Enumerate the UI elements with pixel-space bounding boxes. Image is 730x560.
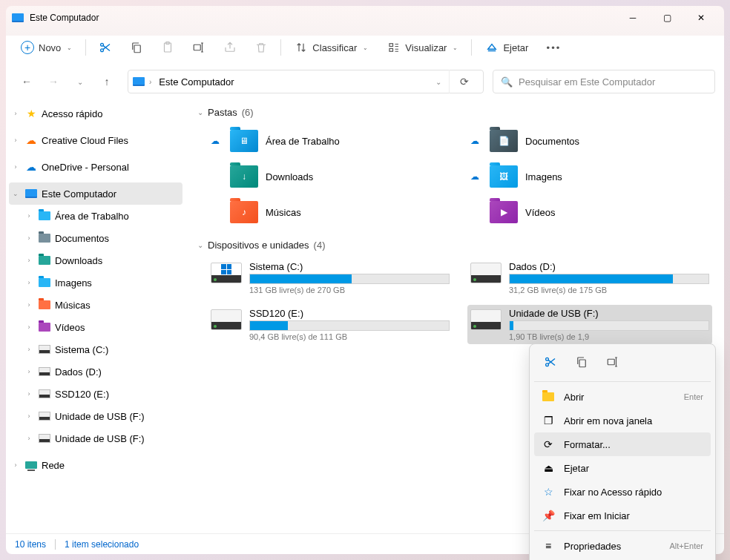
sidebar-item-quick-access[interactable]: › ★ Acesso rápido (6, 102, 185, 125)
sidebar-item-documents[interactable]: ›Documentos (6, 227, 185, 249)
chevron-down-icon: ⌄ (453, 45, 458, 51)
drive-icon (211, 309, 242, 330)
forward-button[interactable]: → (42, 70, 65, 93)
chevron-down-icon[interactable]: ⌄ (433, 78, 444, 86)
ctx-properties[interactable]: ≡ Propriedades Alt+Enter (534, 534, 711, 558)
plus-icon: + (21, 41, 34, 54)
folder-icon: ♪ (230, 201, 258, 223)
eject-button[interactable]: Ejetar (476, 34, 537, 61)
ctx-pin-start[interactable]: 📌 Fixar em Iniciar (534, 504, 711, 527)
drives-grid: Sistema (C:) 131 GB livre(s) de 270 GB D… (208, 258, 712, 344)
copy-icon (130, 41, 143, 54)
sidebar-item-drive-f[interactable]: ›Unidade de USB (F:) (6, 405, 185, 427)
cut-button[interactable] (91, 34, 120, 61)
folder-music[interactable]: ♪ Músicas (208, 197, 453, 228)
maximize-button[interactable]: ▢ (650, 6, 684, 30)
ctx-rename-button[interactable] (599, 350, 626, 374)
drive-f[interactable]: Unidade de USB (F:) 1,90 TB livre(s) de … (467, 305, 712, 344)
svg-rect-5 (194, 45, 201, 50)
eject-label: Ejetar (503, 42, 528, 53)
up-button[interactable]: ↑ (95, 70, 119, 93)
recent-button[interactable]: ⌄ (68, 70, 92, 93)
sidebar-item-images[interactable]: ›Imagens (6, 271, 185, 294)
folder-images[interactable]: ☁ 🖼 Imagens (467, 161, 712, 192)
search-input[interactable]: 🔍 Pesquisar em Este Computador (493, 70, 715, 93)
window-title: Este Computador (30, 13, 99, 23)
ctx-eject[interactable]: ⏏ Ejetar (534, 456, 711, 480)
status-item-count: 10 itens (15, 539, 46, 550)
chevron-right-icon[interactable]: › (10, 461, 21, 469)
new-label: Novo (39, 42, 61, 53)
toolbar: + Novo ⌄ Classificar ⌄ Visualizar ⌄ Ejet… (6, 30, 724, 65)
rename-icon (192, 41, 205, 54)
share-button[interactable] (215, 34, 245, 61)
folder-desktop[interactable]: ☁ 🖥 Área de Trabalho (208, 125, 453, 157)
ellipsis-icon: ••• (547, 42, 562, 53)
rename-button[interactable] (184, 34, 214, 61)
folder-documents[interactable]: ☁ 📄 Documentos (467, 125, 712, 157)
sidebar-item-drive-f-dup[interactable]: ›Unidade de USB (F:) (6, 427, 185, 449)
group-header-folders[interactable]: ⌄ Pastas (6) (197, 107, 712, 118)
share-icon (223, 41, 237, 54)
sidebar-item-network[interactable]: › Rede (6, 454, 185, 476)
ctx-open[interactable]: Abrir Enter (534, 385, 711, 409)
address-bar[interactable]: › Este Computador ⌄ ⟳ (128, 70, 484, 93)
close-button[interactable]: ✕ (684, 6, 718, 30)
chevron-right-icon[interactable]: › (10, 136, 21, 144)
this-pc-icon (12, 13, 24, 22)
refresh-button[interactable]: ⟳ (449, 70, 479, 93)
svg-point-9 (546, 363, 549, 366)
view-icon (387, 41, 401, 54)
sidebar-item-desktop[interactable]: ›Área de Trabalho (6, 205, 185, 227)
this-pc-icon (133, 77, 145, 86)
sidebar-item-onedrive[interactable]: › ☁ OneDrive - Personal (6, 156, 185, 178)
breadcrumb[interactable]: Este Computador (156, 76, 237, 88)
folder-downloads[interactable]: ↓ Downloads (208, 161, 453, 192)
sidebar-item-music[interactable]: ›Músicas (6, 294, 185, 316)
view-button[interactable]: Visualizar ⌄ (378, 34, 467, 61)
drive-d[interactable]: Dados (D:) 31,2 GB livre(s) de 175 GB (467, 258, 712, 297)
ctx-cut-button[interactable] (537, 350, 564, 374)
paste-button[interactable] (153, 34, 182, 61)
folder-icon (37, 254, 52, 266)
sidebar-item-drive-c[interactable]: ›Sistema (C:) (6, 338, 185, 360)
drive-icon (37, 388, 52, 400)
copy-button[interactable] (122, 34, 151, 61)
context-menu: Abrir Enter ❐ Abrir em nova janela ⟳ For… (529, 343, 716, 560)
star-icon: ★ (24, 108, 39, 119)
drive-e[interactable]: SSD120 (E:) 90,4 GB livre(s) de 111 GB (208, 305, 453, 344)
chevron-right-icon[interactable]: › (10, 163, 21, 171)
folder-open-icon (542, 392, 555, 401)
back-button[interactable]: ← (15, 70, 39, 93)
svg-rect-6 (389, 44, 393, 47)
usage-bar (249, 320, 450, 331)
chevron-down-icon: ⌄ (363, 45, 368, 51)
chevron-right-icon[interactable]: › (10, 110, 21, 117)
star-icon: ☆ (542, 486, 555, 498)
ctx-copy-button[interactable] (568, 350, 595, 374)
delete-button[interactable] (246, 34, 276, 61)
group-header-devices[interactable]: ⌄ Dispositivos e unidades (4) (197, 240, 712, 251)
sidebar-item-videos[interactable]: ›Vídeos (6, 316, 185, 338)
sidebar-item-creative-cloud[interactable]: › ☁ Creative Cloud Files (6, 129, 185, 151)
sort-label: Classificar (312, 42, 357, 53)
ctx-pin-quick-access[interactable]: ☆ Fixar no Acesso rápido (534, 480, 711, 504)
pin-icon: 📌 (542, 510, 555, 521)
more-button[interactable]: ••• (539, 34, 568, 61)
chevron-down-icon[interactable]: ⌄ (10, 190, 21, 197)
minimize-button[interactable]: ─ (616, 6, 650, 30)
sidebar-item-this-pc[interactable]: ⌄ Este Computador (9, 182, 182, 205)
sidebar-item-downloads[interactable]: ›Downloads (6, 249, 185, 271)
chevron-down-icon: ⌄ (67, 45, 72, 51)
folders-grid: ☁ 🖥 Área de Trabalho ☁ 📄 Documentos ↓ Do… (208, 125, 712, 228)
sidebar-item-drive-d[interactable]: ›Dados (D:) (6, 360, 185, 383)
sidebar-item-drive-e[interactable]: ›SSD120 (E:) (6, 383, 185, 405)
folder-videos[interactable]: ▶ Vídeos (467, 197, 712, 228)
sort-button[interactable]: Classificar ⌄ (286, 34, 377, 61)
new-button[interactable]: + Novo ⌄ (12, 34, 81, 61)
drive-c[interactable]: Sistema (C:) 131 GB livre(s) de 270 GB (208, 258, 453, 297)
new-window-icon: ❐ (542, 415, 555, 426)
ctx-open-new-window[interactable]: ❐ Abrir em nova janela (534, 409, 711, 432)
folder-icon (37, 232, 52, 244)
ctx-format[interactable]: ⟳ Formatar... (534, 432, 711, 456)
